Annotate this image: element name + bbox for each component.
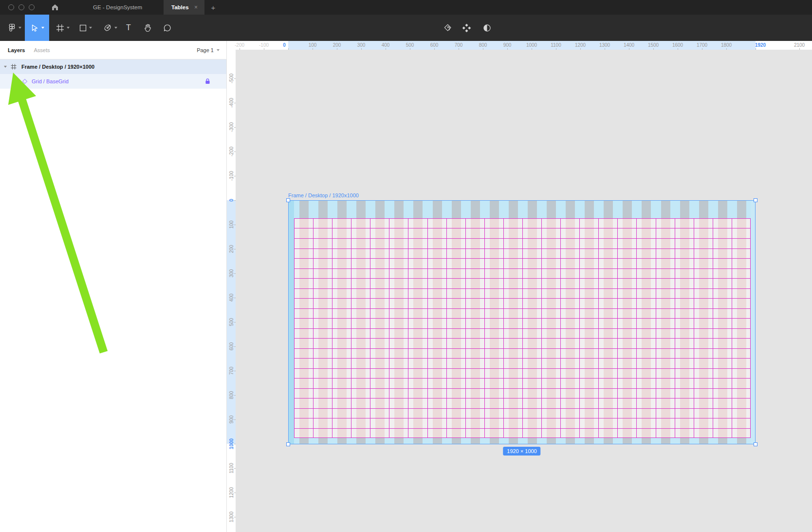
page-selector[interactable]: Page 1: [197, 47, 220, 53]
ruler-tick: [756, 48, 756, 50]
selection-handle-top-right[interactable]: [754, 198, 757, 202]
h-ruler-label: 1100: [551, 42, 561, 48]
tab-tables[interactable]: Tables ×: [164, 0, 204, 15]
comment-tool-button[interactable]: [160, 15, 174, 41]
ruler-tick: [799, 48, 800, 50]
shape-tool-button[interactable]: [75, 15, 96, 41]
figma-app-window: GE - DesignSystem Tables × +: [0, 0, 812, 532]
create-component-button[interactable]: [459, 15, 474, 41]
ruler-tick: [234, 395, 236, 396]
ruler-tick: [234, 78, 236, 79]
ruler-tick: [240, 48, 240, 50]
comment-tool-icon: [163, 24, 171, 32]
text-tool-icon: T: [126, 23, 131, 32]
h-ruler-label: 1800: [721, 42, 732, 48]
h-ruler-label: 800: [479, 42, 487, 48]
home-icon[interactable]: [49, 1, 61, 13]
h-ruler-label: 1400: [624, 42, 634, 48]
v-ruler-label: 900: [229, 416, 234, 424]
selection-handle-bottom-right[interactable]: [754, 442, 757, 446]
use-as-mask-button[interactable]: [480, 15, 494, 41]
lock-icon[interactable]: [205, 78, 210, 85]
frame-tool-button[interactable]: [53, 15, 73, 41]
chevron-down-icon: [217, 49, 220, 51]
close-window-button[interactable]: [8, 4, 14, 10]
v-ruler-label: 1000: [229, 438, 234, 449]
layout-grid-columns-top: [294, 201, 751, 218]
ruler-tick: [234, 444, 236, 444]
ruler-tick: [313, 48, 313, 50]
ruler-tick: [337, 48, 337, 50]
hand-tool-button[interactable]: [140, 15, 155, 41]
v-ruler-label: 400: [229, 294, 234, 302]
ruler-tick: [361, 48, 362, 50]
ruler-tick: [580, 48, 581, 50]
h-ruler-label: 700: [455, 42, 463, 48]
v-ruler-label: -100: [229, 171, 234, 181]
pen-tool-icon: [103, 23, 112, 32]
layer-row-grid-basegrid[interactable]: Grid / BaseGrid: [0, 74, 226, 89]
horizontal-ruler[interactable]: -200-10001002003004005006007008009001000…: [227, 41, 812, 50]
ruler-tick: [410, 48, 410, 50]
vertical-ruler[interactable]: -500-400-300-200-10001002003004005006007…: [227, 50, 236, 532]
disclosure-triangle-icon[interactable]: [4, 66, 7, 68]
hand-tool-icon: [144, 23, 152, 32]
new-tab-button[interactable]: +: [211, 3, 216, 12]
v-ruler-label: 1200: [229, 487, 234, 498]
h-ruler-label: 600: [430, 42, 439, 48]
v-ruler-label: 300: [229, 269, 234, 278]
ruler-tick: [234, 298, 236, 298]
v-ruler-label: 800: [229, 391, 234, 399]
ruler-tick: [556, 48, 556, 50]
layout-grid-columns-bottom: [294, 438, 751, 444]
h-ruler-label: 900: [503, 42, 512, 48]
base-grid-instance[interactable]: [294, 218, 751, 438]
h-ruler-label: 1500: [648, 42, 659, 48]
ruler-tick: [234, 493, 236, 493]
tab-assets[interactable]: Assets: [34, 47, 50, 53]
minimize-window-button[interactable]: [18, 4, 24, 10]
close-tab-icon[interactable]: ×: [193, 4, 200, 11]
move-tool-button[interactable]: [25, 15, 49, 41]
ruler-tick: [234, 346, 236, 347]
toolbar: T: [0, 15, 812, 41]
selection-size-badge: 1920 × 1000: [503, 447, 540, 456]
ruler-tick: [288, 48, 289, 50]
chevron-down-icon: [67, 27, 70, 29]
tab-layers[interactable]: Layers: [8, 47, 25, 53]
ruler-tick: [653, 48, 654, 50]
ruler-tick: [234, 273, 236, 274]
create-component-icon: [462, 23, 471, 33]
ruler-tick: [264, 48, 264, 50]
ruler-tick: [234, 152, 236, 152]
design-frame-desktop[interactable]: [288, 200, 756, 444]
v-ruler-label: 600: [229, 342, 234, 351]
ruler-tick: [459, 48, 459, 50]
chevron-down-icon: [114, 27, 117, 29]
reset-instance-button[interactable]: [441, 15, 455, 41]
ruler-tick: [386, 48, 386, 50]
ruler-tick: [234, 103, 236, 103]
ruler-tick: [234, 176, 236, 176]
h-ruler-label: 1200: [575, 42, 586, 48]
layer-row-frame-desktop[interactable]: Frame / Desktop / 1920×1000: [0, 59, 226, 74]
tab-ge-designsystem[interactable]: GE - DesignSystem: [84, 0, 151, 15]
v-ruler-label: 700: [229, 367, 234, 375]
canvas-frame-label[interactable]: Frame / Desktop / 1920x1000: [288, 192, 359, 198]
selection-handle-top-left[interactable]: [286, 198, 290, 202]
ruler-tick: [726, 48, 727, 50]
move-cursor-icon: [30, 23, 39, 32]
main-menu-button[interactable]: [4, 15, 25, 41]
selection-handle-bottom-left[interactable]: [286, 442, 290, 446]
text-tool-button[interactable]: T: [122, 15, 135, 41]
page-selector-label: Page 1: [197, 47, 214, 53]
pen-tool-button[interactable]: [99, 15, 121, 41]
h-ruler-label: 0: [283, 42, 286, 48]
h-ruler-label: 1300: [599, 42, 610, 48]
v-ruler-label: 100: [229, 221, 234, 229]
ruler-tick: [532, 48, 532, 50]
layout-grid-right-margin: [750, 201, 755, 444]
zoom-window-button[interactable]: [29, 4, 35, 10]
figma-logo-icon: [8, 23, 16, 32]
layout-grid-left-margin: [289, 201, 294, 444]
